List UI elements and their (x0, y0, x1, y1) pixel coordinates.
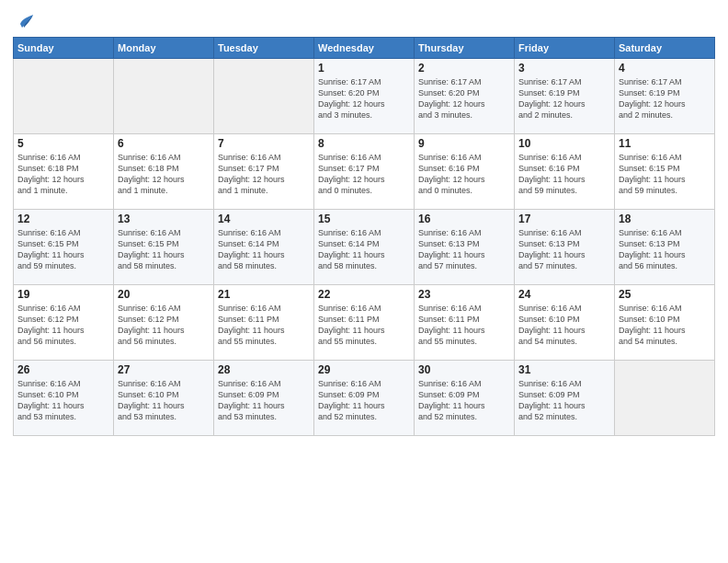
day-info: Sunrise: 6:16 AM Sunset: 6:15 PM Dayligh… (118, 227, 210, 272)
week-row-4: 26Sunrise: 6:16 AM Sunset: 6:10 PM Dayli… (14, 361, 715, 436)
day-cell: 6Sunrise: 6:16 AM Sunset: 6:18 PM Daylig… (114, 134, 214, 210)
day-number: 6 (118, 137, 210, 150)
day-number: 5 (17, 137, 109, 150)
day-number: 22 (318, 288, 410, 301)
day-cell: 17Sunrise: 6:16 AM Sunset: 6:13 PM Dayli… (515, 210, 615, 285)
day-info: Sunrise: 6:16 AM Sunset: 6:18 PM Dayligh… (17, 152, 109, 197)
day-info: Sunrise: 6:16 AM Sunset: 6:16 PM Dayligh… (518, 152, 610, 197)
day-info: Sunrise: 6:16 AM Sunset: 6:12 PM Dayligh… (118, 303, 210, 348)
week-row-3: 19Sunrise: 6:16 AM Sunset: 6:12 PM Dayli… (14, 285, 715, 361)
day-cell: 12Sunrise: 6:16 AM Sunset: 6:15 PM Dayli… (14, 210, 114, 285)
day-info: Sunrise: 6:17 AM Sunset: 6:20 PM Dayligh… (318, 76, 410, 121)
day-number: 14 (218, 213, 310, 225)
day-cell: 26Sunrise: 6:16 AM Sunset: 6:10 PM Dayli… (14, 361, 114, 436)
day-cell: 16Sunrise: 6:16 AM Sunset: 6:13 PM Dayli… (415, 210, 515, 285)
week-row-2: 12Sunrise: 6:16 AM Sunset: 6:15 PM Dayli… (14, 210, 715, 285)
day-number: 20 (118, 288, 210, 301)
day-cell: 15Sunrise: 6:16 AM Sunset: 6:14 PM Dayli… (314, 210, 415, 285)
day-info: Sunrise: 6:16 AM Sunset: 6:11 PM Dayligh… (318, 303, 410, 348)
day-info: Sunrise: 6:16 AM Sunset: 6:13 PM Dayligh… (619, 227, 711, 272)
day-number: 27 (118, 363, 210, 376)
day-number: 29 (318, 363, 410, 376)
weekday-header-sunday: Sunday (14, 38, 114, 59)
day-cell: 23Sunrise: 6:16 AM Sunset: 6:11 PM Dayli… (415, 285, 515, 361)
day-info: Sunrise: 6:17 AM Sunset: 6:19 PM Dayligh… (518, 76, 610, 121)
day-info: Sunrise: 6:16 AM Sunset: 6:10 PM Dayligh… (17, 378, 109, 423)
day-info: Sunrise: 6:16 AM Sunset: 6:12 PM Dayligh… (17, 303, 109, 348)
day-number: 3 (518, 62, 610, 75)
day-cell: 2Sunrise: 6:17 AM Sunset: 6:20 PM Daylig… (415, 59, 515, 134)
day-cell (114, 59, 214, 134)
week-row-1: 5Sunrise: 6:16 AM Sunset: 6:18 PM Daylig… (14, 134, 715, 210)
weekday-header-monday: Monday (114, 38, 214, 59)
day-cell (14, 59, 114, 134)
day-number: 30 (418, 363, 510, 376)
day-info: Sunrise: 6:16 AM Sunset: 6:16 PM Dayligh… (418, 152, 510, 197)
day-cell (214, 59, 314, 134)
day-cell: 30Sunrise: 6:16 AM Sunset: 6:09 PM Dayli… (415, 361, 515, 436)
day-number: 11 (619, 137, 711, 150)
day-number: 13 (118, 213, 210, 225)
day-info: Sunrise: 6:16 AM Sunset: 6:17 PM Dayligh… (218, 152, 310, 197)
day-number: 4 (619, 62, 711, 75)
weekday-header-row: SundayMondayTuesdayWednesdayThursdayFrid… (14, 38, 715, 59)
day-info: Sunrise: 6:16 AM Sunset: 6:13 PM Dayligh… (518, 227, 610, 272)
day-info: Sunrise: 6:17 AM Sunset: 6:19 PM Dayligh… (619, 76, 711, 121)
day-number: 16 (418, 213, 510, 225)
weekday-header-thursday: Thursday (415, 38, 515, 59)
header (13, 9, 715, 31)
day-info: Sunrise: 6:16 AM Sunset: 6:10 PM Dayligh… (518, 303, 610, 348)
logo (13, 13, 35, 31)
day-info: Sunrise: 6:16 AM Sunset: 6:11 PM Dayligh… (418, 303, 510, 348)
day-info: Sunrise: 6:16 AM Sunset: 6:09 PM Dayligh… (418, 378, 510, 423)
day-number: 1 (318, 62, 410, 75)
day-cell: 24Sunrise: 6:16 AM Sunset: 6:10 PM Dayli… (515, 285, 615, 361)
day-number: 19 (17, 288, 109, 301)
day-cell: 3Sunrise: 6:17 AM Sunset: 6:19 PM Daylig… (515, 59, 615, 134)
day-info: Sunrise: 6:16 AM Sunset: 6:17 PM Dayligh… (318, 152, 410, 197)
day-number: 17 (518, 213, 610, 225)
day-info: Sunrise: 6:16 AM Sunset: 6:10 PM Dayligh… (619, 303, 711, 348)
day-cell: 1Sunrise: 6:17 AM Sunset: 6:20 PM Daylig… (314, 59, 415, 134)
day-cell: 19Sunrise: 6:16 AM Sunset: 6:12 PM Dayli… (14, 285, 114, 361)
day-cell (615, 361, 715, 436)
day-info: Sunrise: 6:16 AM Sunset: 6:09 PM Dayligh… (518, 378, 610, 423)
day-info: Sunrise: 6:16 AM Sunset: 6:09 PM Dayligh… (218, 378, 310, 423)
day-cell: 22Sunrise: 6:16 AM Sunset: 6:11 PM Dayli… (314, 285, 415, 361)
day-info: Sunrise: 6:17 AM Sunset: 6:20 PM Dayligh… (418, 76, 510, 121)
day-number: 25 (619, 288, 711, 301)
day-number: 12 (17, 213, 109, 225)
day-info: Sunrise: 6:16 AM Sunset: 6:11 PM Dayligh… (218, 303, 310, 348)
day-cell: 18Sunrise: 6:16 AM Sunset: 6:13 PM Dayli… (615, 210, 715, 285)
day-info: Sunrise: 6:16 AM Sunset: 6:15 PM Dayligh… (17, 227, 109, 272)
logo-bird-icon (15, 11, 35, 31)
week-row-0: 1Sunrise: 6:17 AM Sunset: 6:20 PM Daylig… (14, 59, 715, 134)
day-number: 2 (418, 62, 510, 75)
day-number: 23 (418, 288, 510, 301)
day-info: Sunrise: 6:16 AM Sunset: 6:18 PM Dayligh… (118, 152, 210, 197)
day-cell: 29Sunrise: 6:16 AM Sunset: 6:09 PM Dayli… (314, 361, 415, 436)
day-info: Sunrise: 6:16 AM Sunset: 6:10 PM Dayligh… (118, 378, 210, 423)
day-number: 10 (518, 137, 610, 150)
day-cell: 9Sunrise: 6:16 AM Sunset: 6:16 PM Daylig… (415, 134, 515, 210)
day-cell: 14Sunrise: 6:16 AM Sunset: 6:14 PM Dayli… (214, 210, 314, 285)
day-cell: 20Sunrise: 6:16 AM Sunset: 6:12 PM Dayli… (114, 285, 214, 361)
day-number: 31 (518, 363, 610, 376)
calendar-page: SundayMondayTuesdayWednesdayThursdayFrid… (0, 0, 728, 563)
day-cell: 5Sunrise: 6:16 AM Sunset: 6:18 PM Daylig… (14, 134, 114, 210)
day-number: 26 (17, 363, 109, 376)
day-info: Sunrise: 6:16 AM Sunset: 6:15 PM Dayligh… (619, 152, 711, 197)
weekday-header-friday: Friday (515, 38, 615, 59)
day-number: 8 (318, 137, 410, 150)
day-cell: 11Sunrise: 6:16 AM Sunset: 6:15 PM Dayli… (615, 134, 715, 210)
day-number: 15 (318, 213, 410, 225)
day-info: Sunrise: 6:16 AM Sunset: 6:14 PM Dayligh… (318, 227, 410, 272)
day-cell: 21Sunrise: 6:16 AM Sunset: 6:11 PM Dayli… (214, 285, 314, 361)
day-cell: 27Sunrise: 6:16 AM Sunset: 6:10 PM Dayli… (114, 361, 214, 436)
day-cell: 7Sunrise: 6:16 AM Sunset: 6:17 PM Daylig… (214, 134, 314, 210)
day-cell: 10Sunrise: 6:16 AM Sunset: 6:16 PM Dayli… (515, 134, 615, 210)
day-number: 24 (518, 288, 610, 301)
calendar-table: SundayMondayTuesdayWednesdayThursdayFrid… (13, 37, 715, 436)
day-cell: 13Sunrise: 6:16 AM Sunset: 6:15 PM Dayli… (114, 210, 214, 285)
weekday-header-tuesday: Tuesday (214, 38, 314, 59)
